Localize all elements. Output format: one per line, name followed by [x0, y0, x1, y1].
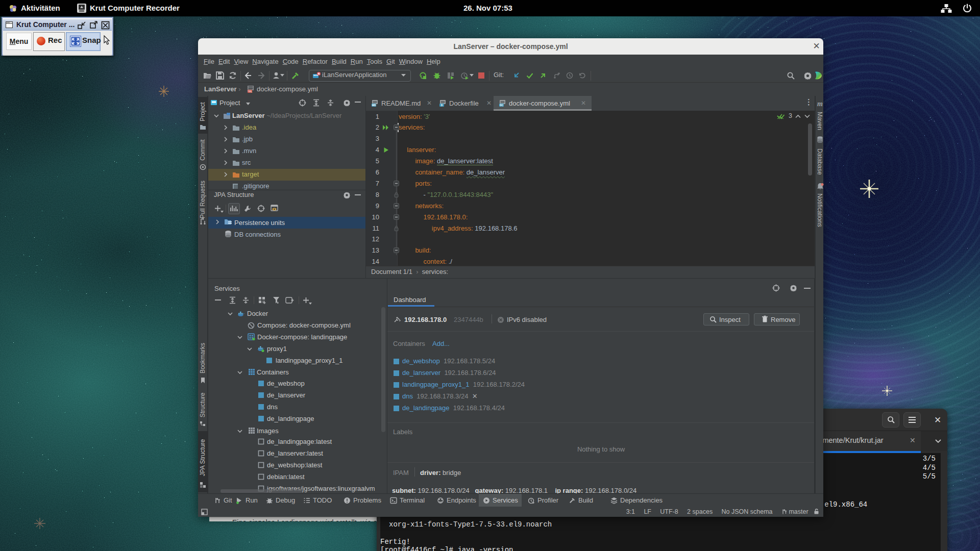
svg-text:YML: YML: [248, 90, 253, 93]
svg-text:MD: MD: [372, 104, 376, 107]
svg-text:DC: DC: [500, 104, 503, 107]
svg-text:D: D: [441, 104, 443, 107]
